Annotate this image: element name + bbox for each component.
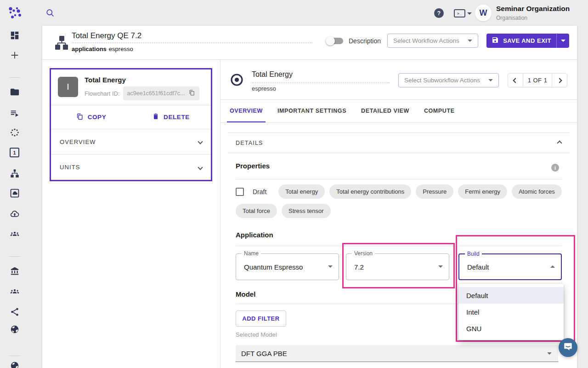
details-label: DETAILS: [236, 140, 263, 146]
copy-button[interactable]: COPY: [51, 105, 131, 129]
description-toggle[interactable]: [327, 38, 343, 44]
sidebar-divider: [9, 356, 20, 356]
bank-card-icon[interactable]: 1: [10, 148, 19, 157]
save-menu-button[interactable]: [557, 34, 569, 48]
selected-model-select[interactable]: DFT GGA PBE: [236, 345, 558, 362]
institution-icon[interactable]: [10, 266, 20, 276]
name-field-value: Quantum Espresso: [244, 263, 303, 271]
divider: [236, 246, 562, 246]
pager-next-button[interactable]: [552, 74, 567, 87]
chevron-up-icon: [557, 140, 562, 145]
copy-label: COPY: [88, 114, 107, 121]
main-content: Total Energy QE 7.2 applicationsespresso…: [42, 26, 577, 368]
build-field-value: Default: [467, 263, 489, 271]
workflows-icon[interactable]: [10, 168, 20, 178]
details-section-header[interactable]: DETAILS: [228, 132, 570, 153]
app-logo-icon[interactable]: [7, 5, 23, 23]
property-chip: Fermi energy: [458, 184, 507, 199]
subworkflow-actions-label: Select Subworkflow Actions: [404, 77, 480, 84]
flowchart-id-chip[interactable]: ac9ee1c651f61cdf7c...: [123, 86, 200, 100]
chat-bubble-button[interactable]: [559, 338, 577, 357]
save-icon: [492, 36, 499, 45]
tab-detailed-view[interactable]: DETAILED VIEW: [354, 99, 417, 122]
globe-icon[interactable]: [10, 324, 20, 334]
properties-row-2: Total force Stress tensor: [236, 204, 331, 218]
draft-label: Draft: [253, 188, 266, 196]
properties-title: Properties: [236, 162, 270, 170]
community-icon[interactable]: [10, 287, 20, 297]
tab-overview[interactable]: OVERVIEW: [222, 99, 270, 122]
sidebar-divider: [9, 77, 20, 78]
chevron-down-icon: [438, 265, 443, 268]
chevron-down-icon: [547, 352, 552, 355]
avatar[interactable]: W: [475, 5, 492, 21]
build-option-intel[interactable]: Intel: [458, 304, 564, 320]
apps-grid-icon[interactable]: [10, 30, 20, 40]
flowchart-icon: [53, 34, 70, 53]
pager-label: 1 OF 1: [523, 74, 552, 87]
copy-icon: [76, 113, 84, 122]
chevron-up-icon: [550, 265, 555, 268]
property-chip: Total force: [236, 204, 277, 218]
property-chip: Total energy contributions: [329, 184, 411, 199]
tab-compute[interactable]: COMPUTE: [417, 99, 462, 122]
pager-prev-button[interactable]: [508, 74, 523, 87]
cloud-upload-icon[interactable]: [10, 209, 20, 219]
draft-checkbox[interactable]: [236, 188, 244, 196]
copy-id-icon[interactable]: [188, 89, 195, 98]
share-icon[interactable]: [10, 307, 20, 317]
subworkflow-title: Total Energy: [252, 70, 293, 79]
chevron-down-icon: [488, 79, 493, 81]
divider: [236, 179, 562, 179]
application-name-select[interactable]: Name Quantum Espresso: [236, 253, 339, 280]
subworkflow-actions-select[interactable]: Select Subworkflow Actions: [398, 73, 499, 87]
help-icon[interactable]: ?: [434, 8, 444, 18]
chevron-down-icon: [328, 265, 333, 268]
save-and-exit-label: SAVE AND EXIT: [503, 37, 551, 44]
add-icon[interactable]: [10, 50, 20, 60]
name-field-label: Name: [242, 250, 261, 257]
tab-important-settings[interactable]: IMPORTANT SETTINGS: [270, 99, 354, 122]
build-option-gnu[interactable]: GNU: [458, 320, 564, 337]
org-subtitle: Organisation: [496, 15, 527, 21]
workflow-actions-select[interactable]: Select Workflow Actions: [387, 34, 478, 48]
add-filter-button[interactable]: ADD FILTER: [236, 310, 286, 327]
version-field-value: 7.2: [354, 263, 364, 271]
workflow-subtitle: applicationsespresso: [72, 46, 133, 52]
description-label: Description: [349, 37, 381, 45]
toggle-knob: [326, 36, 335, 46]
globe-partial-icon[interactable]: [10, 361, 20, 368]
chevron-down-icon: [561, 40, 565, 42]
workflow-app-value: espresso: [109, 46, 133, 52]
folder-icon[interactable]: [10, 87, 20, 97]
terminal-icon[interactable]: >_: [454, 9, 465, 17]
build-option-default[interactable]: Default: [458, 287, 564, 304]
accordion-units[interactable]: UNITS: [51, 155, 211, 180]
dotted-separator: [252, 82, 390, 83]
flowchart-id-row: Flowchart ID: ac9ee1c651f61cdf7c...: [85, 86, 199, 100]
jobs-list-icon[interactable]: [10, 108, 20, 118]
save-and-exit-button[interactable]: SAVE AND EXIT: [486, 34, 556, 48]
top-bar: ? >_ W Seminar Organization Organisation: [0, 0, 588, 26]
terminal-caret-icon[interactable]: [467, 12, 472, 15]
info-icon[interactable]: i: [551, 164, 559, 172]
flowchart-id-label: Flowchart ID:: [85, 90, 120, 97]
chevron-right-icon: [557, 78, 562, 83]
delete-label: DELETE: [164, 114, 190, 121]
build-field-label: Build: [465, 251, 482, 257]
property-chip: Atomic forces: [512, 184, 562, 199]
application-version-select[interactable]: Version 7.2: [346, 253, 449, 280]
application-title: Application: [236, 231, 273, 239]
accordion-overview[interactable]: OVERVIEW: [51, 129, 211, 155]
dropbox-icon[interactable]: [10, 188, 20, 198]
units-accordion-label: UNITS: [60, 164, 80, 171]
workflow-units-panel: I Total Energy Flowchart ID: ac9ee1c651f…: [42, 60, 220, 368]
search-icon[interactable]: [45, 8, 55, 20]
application-build-select[interactable]: Build Default: [458, 253, 562, 280]
delete-button[interactable]: DELETE: [131, 105, 211, 129]
materials-dots-icon[interactable]: [10, 127, 20, 138]
property-chip: Pressure: [416, 184, 453, 199]
model-title: Model: [236, 290, 255, 298]
team-icon[interactable]: [10, 229, 20, 239]
left-sidebar: 1: [0, 26, 29, 368]
